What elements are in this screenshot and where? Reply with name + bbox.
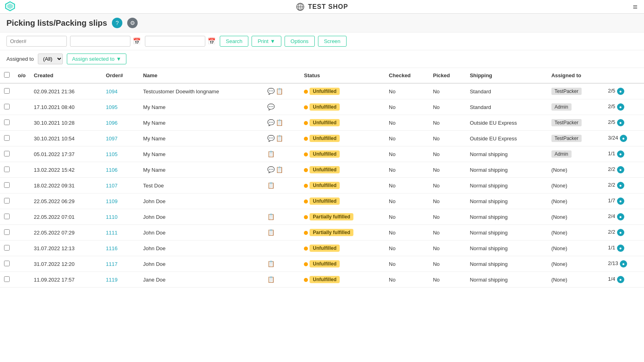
count-label: 2/4 xyxy=(608,213,615,219)
calendar-from-icon[interactable]: 📅 xyxy=(132,37,142,46)
count-label: 1/1 xyxy=(608,245,615,251)
row-picked: No xyxy=(429,131,466,146)
count-action-button[interactable]: ● xyxy=(617,197,624,205)
copy-icon[interactable]: 📋 xyxy=(267,260,275,267)
count-action-button[interactable]: ● xyxy=(617,103,624,111)
oo-cell xyxy=(14,162,30,178)
row-order[interactable]: 1094 xyxy=(102,83,139,99)
comment-icon[interactable]: 💬 xyxy=(267,135,275,142)
table-row: 30.10.2021 10:281096My Name💬📋Unfulfilled… xyxy=(0,115,644,131)
row-checkbox-7[interactable] xyxy=(4,198,10,204)
row-checked: No xyxy=(385,272,429,288)
copy-icon[interactable]: 📋 xyxy=(267,213,275,220)
print-dropdown-arrow[interactable]: ▼ xyxy=(270,38,275,44)
help-button[interactable]: ? xyxy=(112,18,122,28)
row-checked: No xyxy=(385,115,429,131)
status-circle xyxy=(304,121,308,125)
count-action-button[interactable]: ● xyxy=(617,88,624,95)
row-shipping: Outside EU Express xyxy=(466,131,547,146)
row-order[interactable]: 1105 xyxy=(102,146,139,162)
row-order[interactable]: 1116 xyxy=(102,241,139,256)
row-status: Unfulfilled xyxy=(300,193,385,209)
row-order[interactable]: 1119 xyxy=(102,272,139,288)
copy-icon[interactable]: 📋 xyxy=(276,135,283,142)
row-order[interactable]: 1117 xyxy=(102,256,139,272)
copy-icon[interactable]: 📋 xyxy=(276,88,283,95)
row-checkbox-11[interactable] xyxy=(4,261,10,266)
oo-cell xyxy=(14,256,30,272)
count-action-button[interactable]: ● xyxy=(617,182,624,189)
count-action-button[interactable]: ● xyxy=(617,229,624,236)
print-button[interactable]: Print ▼ xyxy=(252,36,281,47)
row-checkbox-2[interactable] xyxy=(4,119,10,125)
count-action-button[interactable]: ● xyxy=(617,150,624,158)
row-assigned: (None) xyxy=(547,272,604,288)
row-status: Unfulfilled xyxy=(300,241,385,256)
assign-dropdown-arrow[interactable]: ▼ xyxy=(116,56,121,62)
count-action-button[interactable]: ● xyxy=(620,260,627,267)
count-action-button[interactable]: ● xyxy=(617,166,624,173)
row-picked: No xyxy=(429,193,466,209)
row-checkbox-9[interactable] xyxy=(4,229,10,235)
row-picked: No xyxy=(429,178,466,193)
row-picked: No xyxy=(429,115,466,131)
oo-cell xyxy=(14,146,30,162)
row-order[interactable]: 1111 xyxy=(102,225,139,241)
copy-icon[interactable]: 📋 xyxy=(267,276,275,283)
copy-icon[interactable]: 📋 xyxy=(267,182,275,189)
row-checkbox-0[interactable] xyxy=(4,88,10,94)
copy-icon[interactable]: 📋 xyxy=(267,150,275,157)
row-checkbox-12[interactable] xyxy=(4,276,10,282)
screen-button[interactable]: Screen xyxy=(318,36,347,47)
row-order[interactable]: 1109 xyxy=(102,193,139,209)
row-picked: No xyxy=(429,99,466,115)
count-action-button[interactable]: ● xyxy=(617,276,624,283)
row-checkbox-10[interactable] xyxy=(4,245,10,251)
row-checkbox-1[interactable] xyxy=(4,104,10,109)
row-checkbox-3[interactable] xyxy=(4,135,10,141)
copy-icon[interactable]: 📋 xyxy=(276,166,283,173)
date-to-input[interactable]: 05.10.2022 xyxy=(145,36,205,47)
row-created: 22.05.2022 06:29 xyxy=(30,193,102,209)
row-checkbox-8[interactable] xyxy=(4,214,10,219)
copy-icon[interactable]: 📋 xyxy=(267,229,275,236)
row-order[interactable]: 1106 xyxy=(102,162,139,178)
calendar-to-icon[interactable]: 📅 xyxy=(207,37,217,46)
count-action-button[interactable]: ● xyxy=(620,135,627,142)
row-status: Unfulfilled xyxy=(300,131,385,146)
options-button[interactable]: Options xyxy=(285,36,315,47)
row-shipping: Normal shipping xyxy=(466,193,547,209)
comment-icon[interactable]: 💬 xyxy=(267,103,275,110)
row-order[interactable]: 1107 xyxy=(102,178,139,193)
oo-cell xyxy=(14,115,30,131)
search-button[interactable]: Search xyxy=(220,36,248,47)
row-status: Unfulfilled xyxy=(300,115,385,131)
settings-button[interactable]: ⚙ xyxy=(127,18,138,28)
row-checked: No xyxy=(385,256,429,272)
date-from-wrap: 10.08.2021 📅 xyxy=(70,36,142,47)
row-order[interactable]: 1097 xyxy=(102,131,139,146)
row-count: 2/2● xyxy=(604,178,644,193)
order-search-input[interactable] xyxy=(6,36,67,47)
date-from-input[interactable]: 10.08.2021 xyxy=(70,36,130,47)
count-action-button[interactable]: ● xyxy=(617,119,624,126)
assign-selected-button[interactable]: Assign selected to ▼ xyxy=(67,53,126,64)
row-order[interactable]: 1110 xyxy=(102,209,139,225)
hamburger-menu[interactable]: ≡ xyxy=(633,2,638,11)
select-all-checkbox[interactable] xyxy=(4,72,10,78)
count-action-button[interactable]: ● xyxy=(617,245,624,252)
row-checkbox-5[interactable] xyxy=(4,167,10,172)
comment-icon[interactable]: 💬 xyxy=(267,166,275,173)
row-checkbox-4[interactable] xyxy=(4,151,10,156)
comment-icon[interactable]: 💬 xyxy=(267,88,275,95)
comment-icon[interactable]: 💬 xyxy=(267,119,275,126)
count-action-button[interactable]: ● xyxy=(617,213,624,220)
assigned-to-select[interactable]: (All) xyxy=(38,53,63,64)
row-order[interactable]: 1096 xyxy=(102,115,139,131)
col-order: Order# xyxy=(102,68,139,83)
status-circle xyxy=(304,262,308,266)
row-checked: No xyxy=(385,146,429,162)
row-checkbox-6[interactable] xyxy=(4,182,10,188)
row-order[interactable]: 1095 xyxy=(102,99,139,115)
copy-icon[interactable]: 📋 xyxy=(276,119,283,126)
